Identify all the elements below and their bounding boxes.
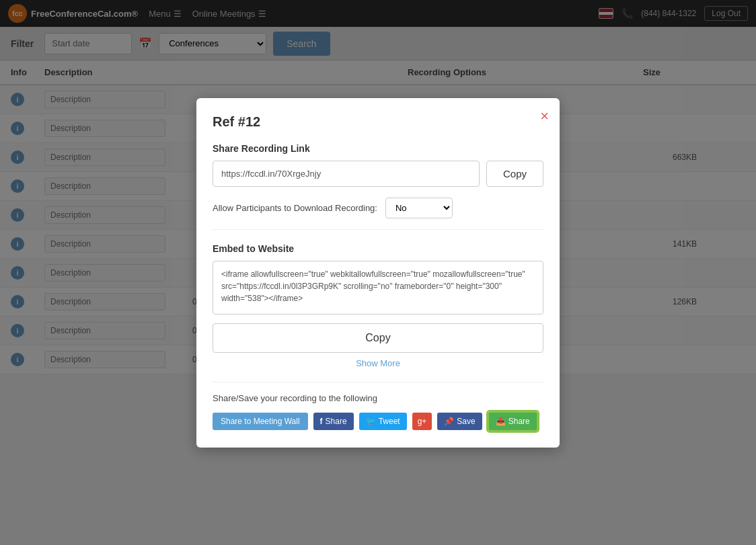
show-more-link[interactable]: Show More xyxy=(213,358,543,368)
modal-close-button[interactable]: × xyxy=(540,109,549,124)
overlay: Ref #12 × Share Recording Link Copy Allo… xyxy=(0,0,756,374)
allow-download-label: Allow Participants to Download Recording… xyxy=(213,203,377,213)
modal-dialog: Ref #12 × Share Recording Link Copy Allo… xyxy=(196,98,560,375)
embed-section-label: Embed to Website xyxy=(213,243,543,254)
download-row: Allow Participants to Download Recording… xyxy=(213,198,543,230)
copy-embed-button[interactable]: Copy xyxy=(213,323,543,353)
share-link-input[interactable] xyxy=(213,161,480,187)
copy-link-button[interactable]: Copy xyxy=(486,161,543,187)
share-link-section-label: Share Recording Link xyxy=(213,143,543,154)
share-link-row: Copy xyxy=(213,161,543,187)
embed-code-textarea[interactable]: <iframe allowfullscreen="true" webkitall… xyxy=(213,261,543,315)
embed-section: Embed to Website <iframe allowfullscreen… xyxy=(213,243,543,368)
allow-download-select[interactable]: No Yes xyxy=(385,198,453,218)
modal-title: Ref #12 xyxy=(213,114,543,130)
